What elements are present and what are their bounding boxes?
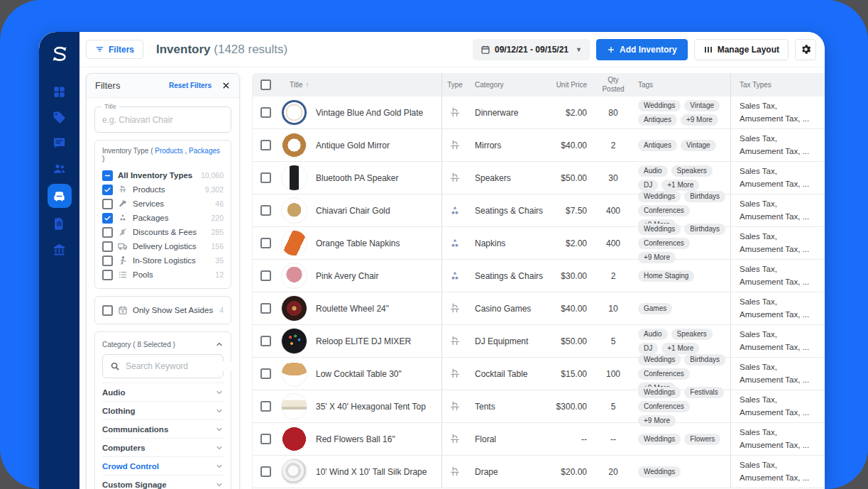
tag-pill[interactable]: Games [638, 303, 672, 314]
column-qty-posted[interactable]: Qty Posted [595, 73, 631, 97]
tag-pill[interactable]: Vintage [681, 140, 716, 151]
item-title[interactable]: Low Cocktail Table 30" [316, 369, 402, 379]
sidebar-item-contacts[interactable] [48, 158, 72, 178]
products-link[interactable]: Products [155, 147, 182, 155]
tag-pill[interactable]: Weddings [638, 224, 681, 235]
column-tax-types[interactable]: Tax Types [730, 73, 825, 97]
row-checkbox[interactable] [260, 401, 271, 412]
row-checkbox[interactable] [260, 303, 271, 314]
tag-pill[interactable]: Conferences [638, 238, 690, 249]
column-unit-price[interactable]: Unit Price [547, 73, 595, 97]
tag-pill[interactable]: Conferences [638, 205, 690, 216]
date-range-picker[interactable]: 09/12/21 - 09/15/21 ▼ [473, 39, 590, 60]
row-checkbox[interactable] [260, 107, 271, 118]
tag-pill[interactable]: +1 More [661, 343, 699, 354]
add-inventory-button[interactable]: Add Inventory [596, 39, 688, 60]
tag-pill[interactable]: Weddings [638, 354, 681, 366]
filter-checkbox[interactable] [102, 305, 113, 316]
category-row-computers[interactable]: Computers [102, 438, 224, 456]
filter-checkbox[interactable] [102, 199, 113, 209]
row-checkbox[interactable] [260, 172, 271, 183]
tag-pill[interactable]: Audio [638, 165, 668, 177]
item-title[interactable]: Bluetooth PA Speaker [316, 173, 399, 183]
row-checkbox[interactable] [260, 205, 271, 216]
category-row-communications[interactable]: Communications [102, 419, 224, 438]
row-checkbox[interactable] [260, 270, 271, 281]
row-checkbox[interactable] [260, 238, 271, 248]
item-title[interactable]: Chiavari Chair Gold [316, 206, 390, 216]
tag-pill[interactable]: Weddings [638, 100, 681, 111]
tag-pill[interactable]: Flowers [684, 434, 720, 445]
filters-toggle-button[interactable]: Filters [86, 40, 143, 59]
filter-checkbox[interactable] [102, 227, 113, 238]
tag-pill[interactable]: Audio [638, 329, 668, 340]
item-title[interactable]: Red Flowers Ball 16" [316, 434, 395, 444]
tag-pill[interactable]: Vintage [684, 100, 720, 111]
tag-pill[interactable]: Birthdays [684, 191, 725, 202]
item-title[interactable]: Vintage Blue And Gold Plate [316, 108, 423, 118]
tag-pill[interactable]: +1 More [661, 180, 699, 191]
close-icon[interactable] [221, 81, 231, 90]
filter-checkbox[interactable] [102, 241, 113, 252]
tag-pill[interactable]: Home Staging [638, 270, 694, 282]
item-title[interactable]: Reloop ELITE DJ MIXER [316, 336, 411, 346]
sidebar-item-bank[interactable] [48, 239, 72, 259]
category-row-crowd-control[interactable]: Crowd Control [102, 456, 224, 475]
sidebar-item-tags[interactable] [48, 107, 72, 127]
tag-pill[interactable]: Speakers [671, 329, 713, 340]
row-checkbox[interactable] [260, 466, 271, 477]
packages-link[interactable]: Packages [189, 147, 220, 155]
title-filter-input[interactable] [95, 107, 231, 132]
tag-pill[interactable]: Speakers [671, 165, 713, 177]
tag-pill[interactable]: +9 More [681, 114, 718, 126]
tag-pill[interactable]: Conferences [638, 401, 690, 412]
column-category[interactable]: Category [468, 73, 547, 97]
category-row-clothing[interactable]: Clothing [102, 401, 224, 419]
item-title[interactable]: Roulette Wheel 24" [316, 304, 389, 314]
reset-filters-link[interactable]: Reset Filters [169, 82, 211, 89]
tag-pill[interactable]: DJ [638, 343, 658, 354]
tag-pill[interactable]: Weddings [638, 191, 681, 202]
filter-checkbox[interactable] [102, 270, 113, 280]
manage-layout-button[interactable]: Manage Layout [694, 39, 789, 60]
filter-checkbox[interactable] [102, 185, 113, 195]
settings-gear-button[interactable] [795, 39, 816, 60]
filter-checkbox[interactable] [102, 213, 113, 224]
column-type[interactable]: Type [442, 73, 468, 97]
tag-pill[interactable]: Weddings [638, 466, 681, 478]
sidebar-item-inventory[interactable] [48, 184, 72, 208]
tag-pill[interactable]: Antiques [638, 114, 677, 126]
row-checkbox[interactable] [260, 434, 271, 444]
tag-pill[interactable]: Conferences [638, 368, 690, 380]
category-row-custom-signage[interactable]: Custom Signage [102, 475, 224, 489]
sidebar-item-documents[interactable] [48, 214, 72, 233]
item-title[interactable]: Orange Table Napkins [316, 238, 400, 248]
select-all-checkbox[interactable] [260, 79, 271, 90]
filter-checkbox[interactable] [102, 256, 113, 266]
row-checkbox[interactable] [260, 336, 271, 346]
column-title[interactable]: Title↑ [278, 73, 442, 97]
filter-count: 4 [219, 306, 224, 314]
row-checkbox[interactable] [260, 140, 271, 150]
filter-checkbox[interactable] [102, 170, 113, 181]
item-title[interactable]: Pink Avery Chair [316, 271, 378, 281]
app-logo[interactable] [48, 42, 72, 66]
tag-pill[interactable]: DJ [638, 180, 658, 191]
tag-pill[interactable]: Birthdays [684, 224, 725, 235]
tag-pill[interactable]: Birthdays [684, 354, 725, 366]
tag-pill[interactable]: Weddings [638, 434, 681, 445]
item-title[interactable]: Antique Gold Mirror [316, 141, 390, 150]
chevron-up-icon[interactable] [215, 340, 224, 348]
sidebar-item-messages[interactable] [48, 133, 72, 153]
column-tags[interactable]: Tags [631, 73, 730, 97]
item-title[interactable]: 35' X 40' Hexagonal Tent Top [316, 402, 426, 412]
category-search-input[interactable] [126, 361, 236, 371]
category-row-audio[interactable]: Audio [102, 383, 224, 401]
inventory-type-header: Inventory Type ( Products , Packages ) [102, 147, 224, 163]
row-checkbox[interactable] [260, 368, 271, 379]
sidebar-item-dashboard[interactable] [48, 82, 72, 101]
tag-pill[interactable]: Antiques [638, 140, 677, 151]
item-title[interactable]: 10' Wind X 10' Tall Silk Drape [316, 467, 427, 477]
tag-pill[interactable]: Weddings [638, 387, 681, 398]
tag-pill[interactable]: Festivals [684, 387, 723, 398]
